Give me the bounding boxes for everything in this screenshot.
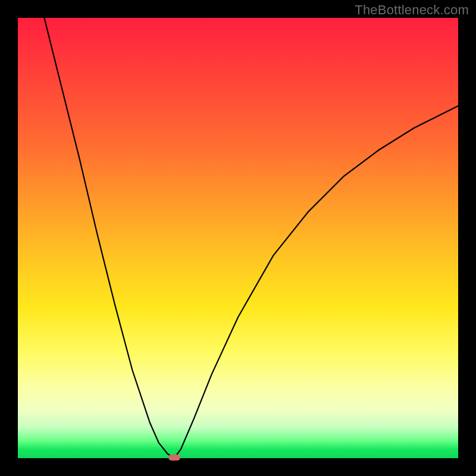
- watermark-text: TheBottleneck.com: [355, 2, 469, 18]
- plot-area: [18, 18, 458, 458]
- trough-marker: [168, 455, 180, 461]
- curve-path-left: [44, 18, 174, 458]
- curve-path-right: [174, 106, 458, 458]
- chart-container: TheBottleneck.com: [0, 0, 476, 476]
- bottleneck-curve: [18, 18, 458, 458]
